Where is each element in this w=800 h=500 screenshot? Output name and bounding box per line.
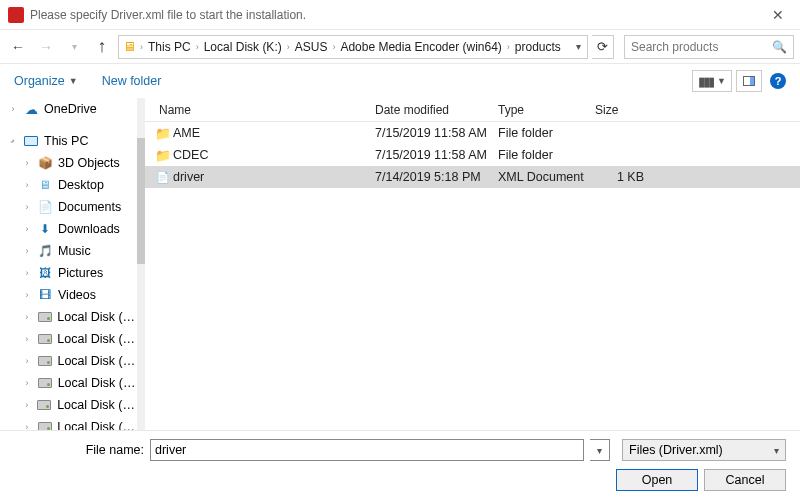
tree-label: Desktop — [58, 178, 104, 192]
tree-label: Local Disk (F:) — [58, 376, 137, 390]
folder-icon: 📁 — [153, 148, 173, 163]
crumb-1[interactable]: Local Disk (K:) — [200, 40, 286, 54]
chevron-right-icon: › — [22, 400, 32, 410]
tree-item[interactable]: ›Local Disk (E:) — [0, 350, 137, 372]
drive-icon — [38, 356, 52, 366]
preview-pane-button[interactable] — [736, 70, 762, 92]
tree-label: Documents — [58, 200, 121, 214]
tree-item[interactable]: ›Local Disk (C:) — [0, 306, 137, 328]
chevron-right-icon: › — [22, 378, 32, 388]
nav-row: ← → ▾ ↑ 🖥 › This PC › Local Disk (K:) › … — [0, 30, 800, 64]
drive-icon — [38, 334, 52, 344]
tree-item[interactable]: ›Local Disk (G:) — [0, 394, 137, 416]
folder-icon: 📄 — [38, 200, 53, 214]
chevron-right-icon: › — [22, 356, 32, 366]
tree-item[interactable]: ›📦3D Objects — [0, 152, 137, 174]
tree-item[interactable]: ›🎞Videos — [0, 284, 137, 306]
filename-dropdown[interactable]: ▾ — [590, 439, 610, 461]
col-type[interactable]: Type — [492, 98, 589, 121]
chevron-right-icon: › — [22, 268, 32, 278]
search-icon: 🔍 — [772, 40, 787, 54]
tree-item[interactable]: ›Local Disk (F:) — [0, 372, 137, 394]
tree-item[interactable]: ›🎵Music — [0, 240, 137, 262]
folder-icon: 🖼 — [39, 266, 51, 280]
drive-icon — [38, 312, 52, 322]
tree-label: Local Disk (G:) — [57, 398, 137, 412]
file-type: File folder — [492, 126, 589, 140]
tree-label: Local Disk (H:) — [57, 420, 137, 430]
chevron-right-icon: › — [22, 224, 32, 234]
filetype-filter[interactable]: Files (Driver.xml) ▾ — [622, 439, 786, 461]
up-button[interactable]: ↑ — [90, 35, 114, 59]
new-folder-button[interactable]: New folder — [102, 74, 162, 88]
tree-item[interactable]: ›Local Disk (D:) — [0, 328, 137, 350]
file-row[interactable]: 📁AME7/15/2019 11:58 AMFile folder — [145, 122, 800, 144]
search-input[interactable]: Search products 🔍 — [624, 35, 794, 59]
tree-label: This PC — [44, 134, 88, 148]
open-button[interactable]: Open — [616, 469, 698, 491]
title-bar: Please specify Driver.xml file to start … — [0, 0, 800, 30]
recent-dropdown[interactable]: ▾ — [62, 35, 86, 59]
folder-icon: 🎞 — [39, 288, 51, 302]
tree-label: Downloads — [58, 222, 120, 236]
tree-item[interactable]: ›🖥Desktop — [0, 174, 137, 196]
filename-input[interactable] — [150, 439, 584, 461]
dialog-footer: File name: ▾ Files (Driver.xml) ▾ Open C… — [0, 430, 800, 500]
folder-icon: ⬇ — [40, 222, 50, 236]
file-name: AME — [173, 126, 369, 140]
chevron-right-icon: › — [22, 158, 32, 168]
organize-button[interactable]: Organize ▼ — [14, 74, 78, 88]
forward-button[interactable]: → — [34, 35, 58, 59]
folder-icon: 🎵 — [38, 244, 53, 258]
tree-onedrive[interactable]: › ☁ OneDrive — [0, 98, 137, 120]
address-dropdown[interactable]: ▾ — [569, 41, 587, 52]
tree-label: Local Disk (D:) — [57, 332, 137, 346]
tree-label: OneDrive — [44, 102, 97, 116]
col-size[interactable]: Size — [589, 98, 652, 121]
tree-label: Videos — [58, 288, 96, 302]
tree-label: Music — [58, 244, 91, 258]
refresh-button[interactable]: ⟳ — [592, 35, 614, 59]
view-options-button[interactable]: ▮▮▮▼ — [692, 70, 732, 92]
close-icon[interactable]: ✕ — [764, 7, 792, 23]
col-date[interactable]: Date modified — [369, 98, 492, 121]
tree-item[interactable]: ›⬇Downloads — [0, 218, 137, 240]
crumb-root[interactable]: This PC — [144, 40, 195, 54]
file-name: driver — [173, 170, 369, 184]
filename-label: File name: — [14, 443, 144, 457]
tree-label: 3D Objects — [58, 156, 120, 170]
help-icon[interactable]: ? — [770, 73, 786, 89]
chevron-down-icon: ▾ — [774, 445, 779, 456]
nav-tree[interactable]: › ☁ OneDrive › This PC ›📦3D Objects›🖥Des… — [0, 98, 137, 430]
chevron-right-icon: › — [8, 104, 18, 114]
tree-item[interactable]: ›🖼Pictures — [0, 262, 137, 284]
drive-icon — [37, 400, 51, 410]
file-row[interactable]: 📄driver7/14/2019 5:18 PMXML Document1 KB — [145, 166, 800, 188]
address-bar[interactable]: 🖥 › This PC › Local Disk (K:) › ASUS › A… — [118, 35, 588, 59]
crumb-3[interactable]: Adobe Media Encoder (win64) — [336, 40, 505, 54]
col-name[interactable]: Name — [153, 98, 369, 121]
tree-label: Pictures — [58, 266, 103, 280]
tree-thispc[interactable]: › This PC — [0, 130, 137, 152]
file-type: File folder — [492, 148, 589, 162]
column-headers[interactable]: Name Date modified Type Size — [145, 98, 800, 122]
crumb-2[interactable]: ASUS — [291, 40, 332, 54]
cloud-icon: ☁ — [23, 102, 39, 116]
window-title: Please specify Driver.xml file to start … — [30, 8, 306, 22]
file-date: 7/15/2019 11:58 AM — [369, 148, 492, 162]
chevron-down-icon: ▼ — [69, 76, 78, 86]
chevron-down-icon: › — [6, 134, 20, 148]
folder-icon: 📁 — [153, 126, 173, 141]
tree-item[interactable]: ›📄Documents — [0, 196, 137, 218]
tree-scrollbar[interactable] — [137, 98, 145, 430]
back-button[interactable]: ← — [6, 35, 30, 59]
crumb-4[interactable]: products — [511, 40, 565, 54]
cancel-button[interactable]: Cancel — [704, 469, 786, 491]
chevron-right-icon: › — [22, 202, 32, 212]
tree-item[interactable]: ›Local Disk (H:) — [0, 416, 137, 430]
chevron-right-icon: › — [22, 422, 32, 430]
file-row[interactable]: 📁CDEC7/15/2019 11:58 AMFile folder — [145, 144, 800, 166]
toolbar: Organize ▼ New folder ▮▮▮▼ ? — [0, 64, 800, 98]
xml-file-icon: 📄 — [153, 171, 173, 184]
pc-icon — [23, 134, 39, 148]
